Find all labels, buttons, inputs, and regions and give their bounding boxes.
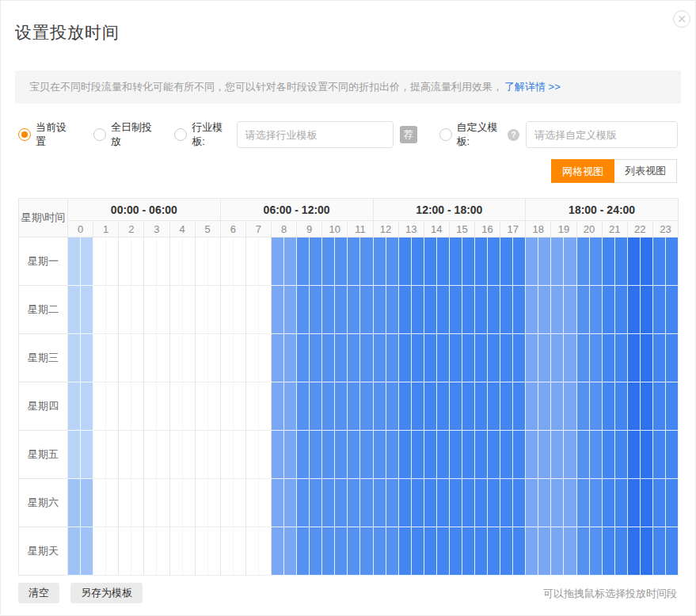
custom-template-input[interactable] xyxy=(526,121,678,148)
time-cell[interactable] xyxy=(246,286,259,334)
time-cell[interactable] xyxy=(272,527,284,576)
save-as-template-button[interactable]: 另存为模板 xyxy=(70,583,143,603)
time-cell[interactable] xyxy=(348,431,360,479)
time-cell[interactable] xyxy=(475,286,488,334)
time-cell[interactable] xyxy=(488,334,500,382)
time-cell[interactable] xyxy=(653,479,666,527)
time-cell[interactable] xyxy=(348,479,360,527)
time-cell[interactable] xyxy=(196,238,208,286)
time-cell[interactable] xyxy=(577,431,590,479)
time-cell[interactable] xyxy=(157,286,169,334)
time-cell[interactable] xyxy=(360,431,373,479)
time-cell[interactable] xyxy=(310,527,322,576)
time-cell[interactable] xyxy=(603,382,615,431)
time-cell[interactable] xyxy=(81,286,93,334)
time-cell[interactable] xyxy=(386,334,399,382)
time-cell[interactable] xyxy=(208,431,221,479)
time-cell[interactable] xyxy=(603,334,615,382)
time-cell[interactable] xyxy=(666,479,679,527)
time-cell[interactable] xyxy=(666,238,679,286)
time-cell[interactable] xyxy=(183,334,196,382)
time-cell[interactable] xyxy=(513,238,526,286)
time-cell[interactable] xyxy=(551,286,564,334)
time-cell[interactable] xyxy=(488,527,500,576)
time-cell[interactable] xyxy=(284,238,297,286)
time-cell[interactable] xyxy=(221,382,234,431)
time-cell[interactable] xyxy=(221,334,234,382)
time-cell[interactable] xyxy=(272,238,284,286)
time-cell[interactable] xyxy=(500,382,513,431)
time-cell[interactable] xyxy=(157,238,169,286)
time-cell[interactable] xyxy=(666,527,679,576)
time-cell[interactable] xyxy=(131,527,144,576)
time-cell[interactable] xyxy=(564,334,576,382)
time-cell[interactable] xyxy=(590,382,603,431)
time-cell[interactable] xyxy=(513,382,526,431)
time-cell[interactable] xyxy=(335,527,348,576)
time-cell[interactable] xyxy=(131,334,144,382)
time-cell[interactable] xyxy=(615,286,628,334)
time-cell[interactable] xyxy=(386,286,399,334)
time-cell[interactable] xyxy=(157,334,169,382)
time-cell[interactable] xyxy=(488,238,500,286)
time-cell[interactable] xyxy=(399,238,412,286)
time-cell[interactable] xyxy=(399,382,412,431)
learn-more-link[interactable]: 了解详情 >> xyxy=(504,80,561,94)
time-cell[interactable] xyxy=(437,479,450,527)
time-cell[interactable] xyxy=(500,527,513,576)
time-cell[interactable] xyxy=(513,431,526,479)
time-cell[interactable] xyxy=(348,286,360,334)
time-cell[interactable] xyxy=(221,238,234,286)
time-cell[interactable] xyxy=(221,431,234,479)
time-cell[interactable] xyxy=(322,382,335,431)
time-cell[interactable] xyxy=(462,431,475,479)
time-cell[interactable] xyxy=(208,238,221,286)
time-cell[interactable] xyxy=(628,382,641,431)
time-cell[interactable] xyxy=(106,382,119,431)
time-cell[interactable] xyxy=(412,334,424,382)
time-cell[interactable] xyxy=(272,431,284,479)
time-cell[interactable] xyxy=(81,431,93,479)
time-cell[interactable] xyxy=(564,431,576,479)
time-cell[interactable] xyxy=(437,382,450,431)
time-cell[interactable] xyxy=(221,286,234,334)
time-cell[interactable] xyxy=(297,479,310,527)
time-cell[interactable] xyxy=(259,431,272,479)
time-cell[interactable] xyxy=(183,382,196,431)
time-cell[interactable] xyxy=(538,238,551,286)
time-cell[interactable] xyxy=(462,527,475,576)
time-cell[interactable] xyxy=(348,382,360,431)
time-cell[interactable] xyxy=(399,479,412,527)
time-cell[interactable] xyxy=(234,238,246,286)
time-cell[interactable] xyxy=(81,527,93,576)
time-cell[interactable] xyxy=(81,382,93,431)
time-cell[interactable] xyxy=(462,334,475,382)
time-cell[interactable] xyxy=(119,382,131,431)
time-cell[interactable] xyxy=(208,382,221,431)
time-cell[interactable] xyxy=(653,431,666,479)
time-cell[interactable] xyxy=(157,382,169,431)
time-cell[interactable] xyxy=(208,479,221,527)
time-cell[interactable] xyxy=(93,431,106,479)
time-cell[interactable] xyxy=(335,431,348,479)
time-cell[interactable] xyxy=(577,286,590,334)
time-cell[interactable] xyxy=(119,527,131,576)
time-cell[interactable] xyxy=(526,382,538,431)
time-cell[interactable] xyxy=(526,334,538,382)
time-cell[interactable] xyxy=(500,286,513,334)
time-cell[interactable] xyxy=(551,479,564,527)
time-cell[interactable] xyxy=(221,479,234,527)
time-cell[interactable] xyxy=(106,479,119,527)
time-cell[interactable] xyxy=(488,382,500,431)
time-cell[interactable] xyxy=(513,479,526,527)
time-cell[interactable] xyxy=(119,479,131,527)
time-cell[interactable] xyxy=(475,382,488,431)
time-cell[interactable] xyxy=(399,527,412,576)
time-cell[interactable] xyxy=(603,527,615,576)
time-cell[interactable] xyxy=(513,527,526,576)
time-cell[interactable] xyxy=(538,334,551,382)
radio-industry-template[interactable] xyxy=(174,128,187,141)
time-cell[interactable] xyxy=(590,286,603,334)
time-cell[interactable] xyxy=(437,238,450,286)
time-cell[interactable] xyxy=(196,431,208,479)
